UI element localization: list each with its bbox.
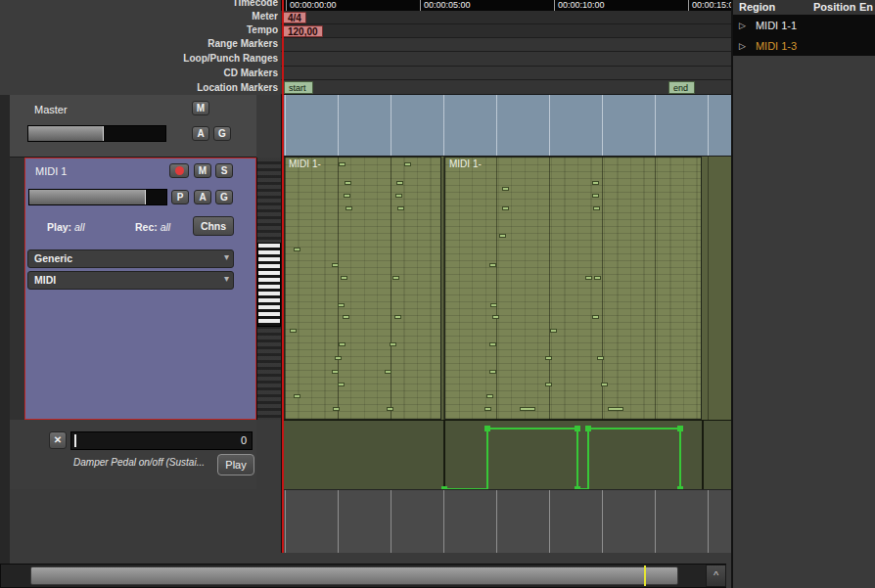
column-header-end[interactable]: En <box>859 1 873 13</box>
midi-note[interactable] <box>294 248 300 251</box>
midi-scroomer[interactable] <box>256 158 281 420</box>
range-markers-ruler[interactable] <box>281 38 731 52</box>
region-list-item[interactable]: ▷MIDI 1-1 <box>733 15 875 35</box>
gain-fader[interactable] <box>28 189 167 205</box>
automation-control-point[interactable] <box>575 426 580 431</box>
midnam-model-dropdown[interactable]: Generic ▾ <box>27 249 234 268</box>
solo-button[interactable]: S <box>215 163 233 178</box>
midi-note[interactable] <box>390 342 396 346</box>
horizontal-scrollbar[interactable]: ^ <box>0 564 726 588</box>
midnam-mode-dropdown[interactable]: MIDI ▾ <box>27 271 234 290</box>
midi-note[interactable] <box>592 181 599 185</box>
midi-note[interactable] <box>597 356 604 360</box>
midi-note[interactable] <box>601 383 608 386</box>
midi-note[interactable] <box>396 181 403 185</box>
midi-note[interactable] <box>545 383 552 386</box>
midi-note[interactable] <box>387 407 393 411</box>
midi-note[interactable] <box>339 342 345 346</box>
midi-note[interactable] <box>550 329 557 333</box>
meter-ruler[interactable]: 4/4 <box>281 11 731 24</box>
midi-note[interactable] <box>592 315 599 319</box>
tempo-badge[interactable]: 120,00 <box>283 25 323 37</box>
automation-polyline[interactable] <box>444 429 680 489</box>
midi-note[interactable] <box>520 407 535 411</box>
midi-note[interactable] <box>345 181 351 185</box>
midi-note[interactable] <box>395 194 402 198</box>
timeline-canvas[interactable]: MIDI 1-MIDI 1- <box>281 95 731 553</box>
automation-control-point[interactable] <box>677 426 683 431</box>
midi-note[interactable] <box>484 407 491 411</box>
automation-button[interactable]: A <box>194 190 211 204</box>
midi-note[interactable] <box>290 329 297 333</box>
midi-note[interactable] <box>593 206 600 210</box>
midi-note[interactable] <box>489 342 496 346</box>
midi-note[interactable] <box>345 206 352 210</box>
midi-note[interactable] <box>344 194 350 198</box>
timecode-ruler[interactable]: 00:00:00:0000:00:05:0000:00:10:0000:00:1… <box>281 0 731 11</box>
meter-badge[interactable]: 4/4 <box>283 12 306 23</box>
disclosure-triangle-icon[interactable]: ▷ <box>739 21 746 30</box>
track-name[interactable]: MIDI 1 <box>35 165 67 177</box>
midi-note[interactable] <box>385 370 391 374</box>
cd-markers-ruler[interactable] <box>281 67 731 80</box>
column-header-position[interactable]: Position <box>813 1 855 13</box>
gain-fader[interactable] <box>27 125 166 142</box>
midi-note[interactable] <box>404 162 411 166</box>
automation-line[interactable] <box>282 421 731 490</box>
midi-note[interactable] <box>489 370 496 374</box>
playlist-button[interactable]: P <box>171 190 189 204</box>
midi-note[interactable] <box>592 194 599 198</box>
midi-note[interactable] <box>545 356 552 360</box>
automation-control-point[interactable] <box>484 426 490 431</box>
midi-note[interactable] <box>333 407 340 411</box>
location-marker-end[interactable]: end <box>668 81 695 94</box>
close-icon[interactable]: ✕ <box>49 431 67 449</box>
midi-note[interactable] <box>608 407 623 411</box>
automation-mode-button[interactable]: Play <box>217 454 254 475</box>
playhead[interactable] <box>282 0 284 553</box>
scroomer-handle[interactable] <box>257 243 281 327</box>
scrollbar-handle[interactable] <box>30 566 678 585</box>
midi-note[interactable] <box>343 315 349 319</box>
disclosure-triangle-icon[interactable]: ▷ <box>739 41 746 51</box>
location-markers-ruler[interactable]: startend <box>281 80 731 95</box>
midi-note[interactable] <box>489 263 496 267</box>
track-name[interactable]: Master <box>34 104 68 115</box>
column-header-region[interactable]: Region <box>739 1 775 13</box>
midi-note[interactable] <box>338 303 345 307</box>
loop-punch-ruler[interactable] <box>281 52 731 67</box>
tempo-ruler[interactable]: 120,00 <box>281 24 731 38</box>
midi-track-lane[interactable]: MIDI 1-MIDI 1- <box>282 157 731 420</box>
record-enable-button[interactable] <box>169 163 189 178</box>
midi-note[interactable] <box>499 234 506 238</box>
midi-note[interactable] <box>335 356 342 360</box>
midi-note[interactable] <box>392 276 399 280</box>
midi-note[interactable] <box>332 263 339 267</box>
automation-value-bar[interactable]: 0 <box>70 431 253 450</box>
scroll-up-button[interactable]: ^ <box>706 565 726 587</box>
master-track-header[interactable]: Master M A G <box>10 95 256 158</box>
midi-note[interactable] <box>502 206 509 210</box>
midi-note[interactable] <box>338 383 345 386</box>
midi-note[interactable] <box>502 187 509 191</box>
midi-track-header[interactable]: MIDI 1 M S P A G Play: all Rec: all Chns… <box>24 158 256 420</box>
group-button[interactable]: G <box>213 126 231 141</box>
midi-note[interactable] <box>339 162 345 166</box>
midi-note[interactable] <box>397 206 404 210</box>
midi-note[interactable] <box>332 370 339 374</box>
midi-note[interactable] <box>585 276 592 280</box>
midi-note[interactable] <box>594 276 601 280</box>
mute-button[interactable]: M <box>192 101 209 115</box>
midi-note[interactable] <box>394 315 401 319</box>
region-list-item[interactable]: ▷MIDI 1-3 <box>733 35 875 56</box>
midi-note[interactable] <box>294 394 300 398</box>
midi-note[interactable] <box>490 303 497 307</box>
master-track-lane[interactable] <box>282 95 731 157</box>
channels-button[interactable]: Chns <box>193 216 234 236</box>
automation-button[interactable]: A <box>192 126 209 141</box>
midi-note[interactable] <box>492 315 499 319</box>
automation-control-point[interactable] <box>585 426 591 431</box>
midi-note[interactable] <box>486 394 493 398</box>
automation-lane[interactable] <box>282 420 731 489</box>
mute-button[interactable]: M <box>194 163 211 178</box>
